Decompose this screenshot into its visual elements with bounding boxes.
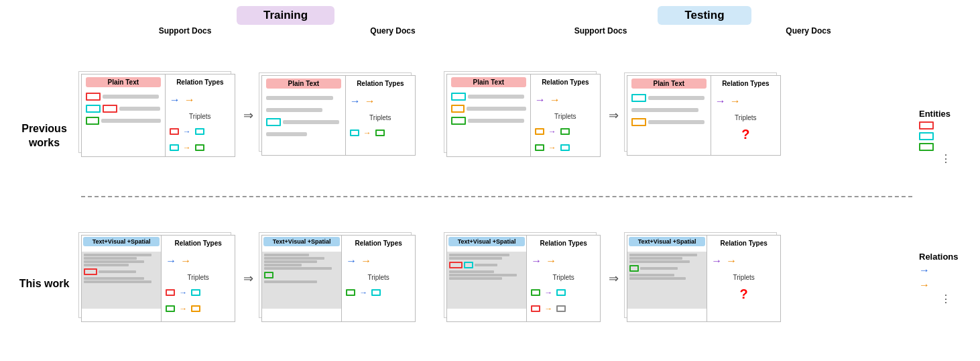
rel-header-4: Relation Types xyxy=(715,79,776,89)
triplet-q-row: → xyxy=(350,128,411,138)
train-support-this: Text+Visual +Spatial xyxy=(81,235,235,322)
triplets-q: Triplets xyxy=(350,113,411,123)
tw1-a-or: → xyxy=(179,304,187,313)
tq-arrow-or: → xyxy=(730,95,741,107)
tst-entity-orange xyxy=(535,128,544,135)
q-arrow-blue: → xyxy=(350,95,361,107)
plain-text-header: Plain Text xyxy=(86,77,161,87)
t-arrow-orange: → xyxy=(183,143,191,152)
tw4-arr-pur: → xyxy=(711,255,722,267)
ts-text-3 xyxy=(468,119,524,123)
triplets-tw1: Triplets xyxy=(166,272,231,282)
this-work-row: Text+Visual +Spatial xyxy=(81,201,912,355)
test-query-prev: Plain Text Relati xyxy=(627,75,781,156)
test-query-this: Text+Visual +Spatial xyxy=(627,235,781,322)
doc-left-visual-2: Text+Visual +Spatial xyxy=(262,236,342,321)
triplets-1: Triplets xyxy=(170,111,231,121)
sh-test-query: Query Docs xyxy=(705,26,912,36)
tq-text-3 xyxy=(648,120,705,124)
doc-left-plain-4: Plain Text xyxy=(627,76,711,155)
question-mark-prev: ? xyxy=(715,127,776,142)
r3-line-5 xyxy=(449,274,517,276)
qt-entity-green xyxy=(375,130,385,136)
rel-types-header-1: Relation Types xyxy=(170,77,231,87)
legend-entity-red xyxy=(919,121,934,130)
t-arrow-blue: → xyxy=(183,127,191,136)
qline3 xyxy=(266,118,341,126)
plain-text-3: Plain Text xyxy=(451,77,526,87)
qt-entity-cyan xyxy=(350,130,359,136)
entity-green-1 xyxy=(86,117,99,125)
train-query-prev: Plain Text Relation Types xyxy=(261,75,416,156)
tst-entity-g2 xyxy=(535,144,544,151)
tq-line1 xyxy=(631,94,707,102)
tvs-header-4: Text+Visual +Spatial xyxy=(629,237,705,246)
legend: Entities ⋮ Relations → → xyxy=(912,38,973,355)
ts-text-1 xyxy=(468,95,524,99)
entity-red-2 xyxy=(103,105,117,113)
receipt-img-3 xyxy=(447,252,526,309)
question-mark-this: ? xyxy=(711,287,776,302)
triplets-tq: Triplets xyxy=(715,113,776,123)
tst-arrow-or2: → xyxy=(548,143,556,152)
legend-red-entity xyxy=(919,121,973,130)
tw3-e-c xyxy=(556,289,566,296)
doc-test-support-this: Text+Visual +Spatial xyxy=(446,235,601,322)
arrow-test-this: ⇒ xyxy=(609,271,619,286)
rel-row-tw4: → → xyxy=(711,255,776,267)
ts-line3 xyxy=(451,117,526,125)
tw1-e-cyan xyxy=(191,289,200,296)
t-entity-green xyxy=(195,144,204,151)
doc-train-query-prev: Plain Text Relation Types xyxy=(261,75,416,156)
line3 xyxy=(86,117,161,125)
doc-test-query-this: Text+Visual +Spatial xyxy=(627,235,781,322)
tw3-e-g xyxy=(531,289,540,296)
tw1-e-red xyxy=(166,289,175,296)
tvs-header-2: Text+Visual +Spatial xyxy=(263,237,340,246)
tw3-a-p: → xyxy=(544,288,552,297)
ts-line2 xyxy=(451,105,526,113)
entities-title: Entities xyxy=(919,109,973,119)
text-line-3 xyxy=(101,119,161,123)
doc-right-rel-4: Relation Types → → Triplets ? xyxy=(711,76,780,155)
content-area: Plain Text xyxy=(81,38,912,355)
r4-line-3 xyxy=(629,260,690,263)
doc-right-rel-tw1: Relation Types → → Triplets → xyxy=(162,236,235,321)
rel-header-tw3: Relation Types xyxy=(531,238,596,248)
tw3-a-o: → xyxy=(544,304,552,313)
qt-arrow-o: → xyxy=(363,128,371,138)
tst-entity-c2 xyxy=(560,144,570,151)
r-line-4 xyxy=(84,264,129,266)
prev-works-row: Plain Text xyxy=(81,38,912,192)
plain-text-4: Plain Text xyxy=(631,79,707,89)
text-line-2 xyxy=(119,107,160,111)
tw2-a-b: → xyxy=(359,288,367,297)
plain-text-header-2: Plain Text xyxy=(266,79,341,89)
qtext-4 xyxy=(266,132,307,136)
ts-text-2 xyxy=(467,107,526,111)
q-entity-cyan xyxy=(266,118,281,126)
receipt-img-1 xyxy=(82,252,161,309)
triplets-ts: Triplets xyxy=(535,111,596,121)
tq-text-2 xyxy=(631,108,698,112)
r3-line-3 xyxy=(475,264,497,266)
training-header: Training xyxy=(237,6,334,25)
legend-entity-cyan xyxy=(919,132,934,140)
receipt-img-2 xyxy=(262,252,341,309)
test-support-prev: Plain Text xyxy=(446,74,601,157)
tst-arrow-pur: → xyxy=(548,127,556,136)
receipt-entity-row xyxy=(84,268,159,275)
doc-left-visual-1: Text+Visual +Spatial xyxy=(82,236,162,321)
arrow-test-prev: ⇒ xyxy=(609,108,619,123)
tst-entity-green xyxy=(560,128,570,135)
doc-train-support-prev: Plain Text xyxy=(81,74,235,157)
r-line-6 xyxy=(84,277,144,280)
tq-text-1 xyxy=(648,96,705,100)
entities-dots: ⋮ xyxy=(919,154,973,164)
tvs-header-1: Text+Visual +Spatial xyxy=(83,237,160,246)
test-support-this: Text+Visual +Spatial xyxy=(446,235,601,322)
tw3-arr-pur: → xyxy=(531,255,542,267)
r-line-2 xyxy=(84,257,137,260)
legend-orange-arrow: → xyxy=(919,279,973,291)
row-labels: Previous works This work xyxy=(7,38,81,355)
